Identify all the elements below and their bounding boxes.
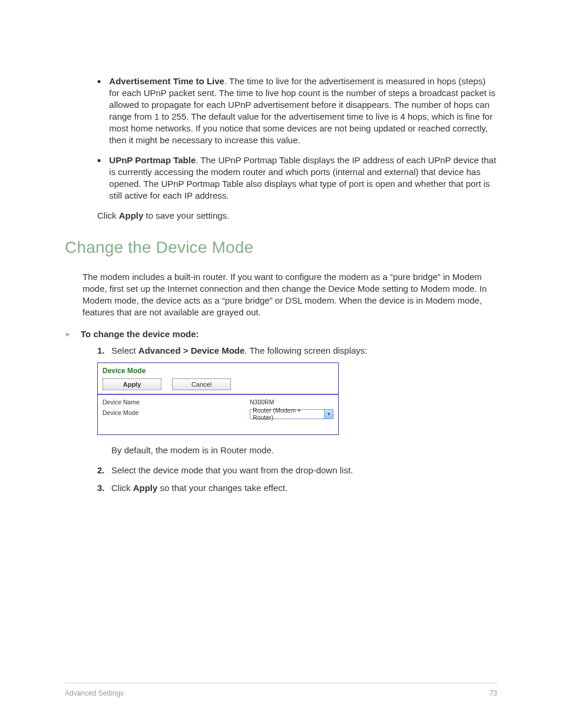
step1-pre: Select [111, 345, 138, 355]
section-heading: Change the Device Mode [65, 238, 497, 257]
footer-page-number: 73 [490, 689, 497, 697]
click-apply-line: Click Apply to save your settings. [97, 210, 497, 222]
click-apply-bold: Apply [119, 210, 144, 220]
step3-bold: Apply [133, 483, 158, 493]
panel-button-row: Apply Cancel [103, 378, 333, 390]
device-name-label: Device Name [103, 398, 250, 406]
step3-pre: Click [111, 483, 133, 493]
click-apply-pre: Click [97, 210, 119, 220]
step-body: Select the device mode that you want fro… [111, 465, 497, 476]
step-1: 1. Select Advanced > Device Mode. The fo… [97, 345, 497, 357]
panel-gap [103, 420, 333, 429]
bullet-icon: • [97, 154, 101, 166]
list-content: Advertisement Time to Live. The time to … [109, 75, 497, 146]
cancel-button[interactable]: Cancel [172, 378, 231, 390]
device-mode-label: Device Mode [103, 409, 250, 416]
step3-post: so that your changes take effect. [157, 483, 287, 493]
ttl-text: . The time to live for the advertisement… [109, 76, 495, 145]
device-name-row: Device Name N300RM [103, 398, 333, 406]
list-item-ttl: • Advertisement Time to Live. The time t… [65, 75, 497, 146]
panel-header: Device Mode Apply Cancel [98, 363, 338, 394]
device-name-value: N300RM [250, 398, 333, 406]
portmap-label: UPnP Portmap Table [109, 155, 196, 165]
device-mode-panel: Device Mode Apply Cancel Device Name N30… [97, 363, 339, 435]
panel-body: Device Name N300RM Device Mode Router (M… [98, 395, 338, 434]
step-3: 3. Click Apply so that your changes take… [97, 482, 497, 494]
default-mode-text: By default, the modem is in Router mode. [111, 444, 497, 456]
click-apply-post: to save your settings. [143, 210, 229, 220]
step-2: 2. Select the device mode that you want … [97, 465, 497, 476]
apply-button[interactable]: Apply [103, 378, 161, 390]
step-number: 1. [97, 345, 111, 357]
step1-post: . The following screen displays: [244, 345, 367, 355]
ttl-label: Advertisement Time to Live [109, 76, 224, 86]
footer-section: Advanced Settings [65, 689, 124, 697]
step1-bold: Advanced > Device Mode [138, 345, 244, 355]
footer-rule [65, 683, 497, 683]
panel-title: Device Mode [103, 367, 333, 375]
page-footer: Advanced Settings 73 [65, 689, 497, 697]
procedure-heading: ➤ To change the device mode: [65, 329, 497, 339]
bullet-row: • UPnP Portmap Table. The UPnP Portmap T… [97, 154, 497, 202]
step-body: Select Advanced > Device Mode. The follo… [111, 345, 497, 357]
step-number: 3. [97, 482, 111, 494]
intro-paragraph: The modem includes a built-in router. If… [82, 271, 497, 318]
procedure-title: To change the device mode: [81, 329, 199, 339]
bullet-icon: • [97, 75, 101, 87]
device-mode-select[interactable]: Router (Modem + Router) ▼ [250, 409, 333, 419]
step-body: Click Apply so that your changes take ef… [111, 482, 497, 494]
device-mode-value-wrap: Router (Modem + Router) ▼ [250, 407, 333, 419]
chevron-down-icon: ▼ [324, 410, 333, 419]
step-number: 2. [97, 465, 111, 476]
device-mode-row: Device Mode Router (Modem + Router) ▼ [103, 407, 333, 419]
device-mode-select-value: Router (Modem + Router) [253, 407, 322, 421]
list-item-portmap: • UPnP Portmap Table. The UPnP Portmap T… [65, 154, 497, 202]
list-content: UPnP Portmap Table. The UPnP Portmap Tab… [109, 154, 497, 202]
arrow-icon: ➤ [65, 331, 70, 338]
page: • Advertisement Time to Live. The time t… [0, 0, 562, 728]
bullet-row: • Advertisement Time to Live. The time t… [97, 75, 497, 146]
